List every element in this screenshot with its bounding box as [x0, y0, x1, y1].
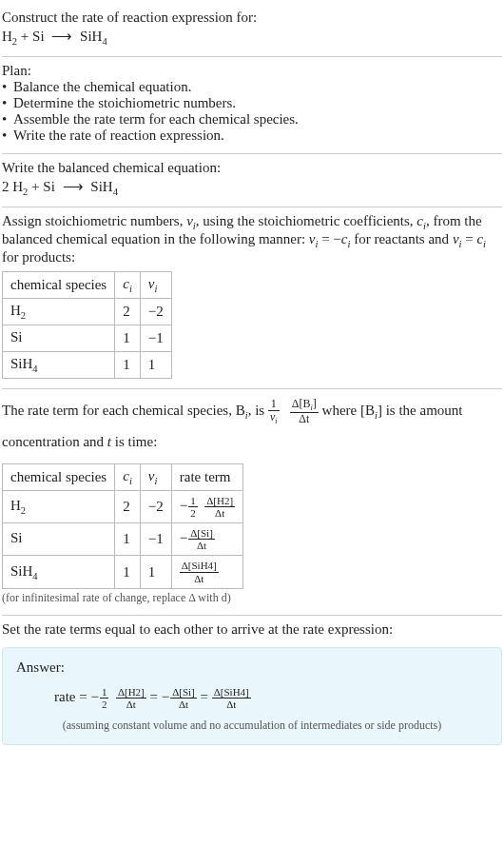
balanced-heading: Write the balanced chemical equation:	[2, 160, 502, 176]
col-rate: rate term	[171, 464, 242, 491]
fraction: 12	[188, 495, 198, 519]
table-row: Si 1 −1 −Δ[Si]Δt	[3, 523, 243, 556]
cell-ci: 1	[115, 556, 141, 588]
arrow-icon: ⟶	[59, 178, 87, 195]
intro-equation: H2 + Si ⟶ SiH4	[2, 28, 502, 47]
species-si: Si	[43, 179, 55, 194]
plus: +	[17, 29, 32, 44]
cell-nui: −1	[140, 523, 171, 556]
cell-ci: 1	[115, 352, 141, 379]
plan-item-text: Balance the chemical equation.	[13, 79, 191, 95]
bullet-icon: •	[2, 111, 13, 128]
rateterm-section: The rate term for each chemical species,…	[2, 389, 502, 616]
col-species: chemical species	[3, 272, 115, 299]
rateterm-note: (for infinitesimal rate of change, repla…	[2, 591, 502, 605]
stoich-table: chemical species ci νi H2 2 −2 Si 1 −1 S…	[2, 271, 172, 379]
answer-label: Answer:	[16, 659, 488, 676]
cell-rate: Δ[SiH4]Δt	[171, 556, 242, 588]
cell-ci: 1	[115, 523, 141, 556]
final-heading: Set the rate terms equal to each other t…	[2, 621, 502, 638]
fraction: 1νi	[268, 398, 280, 426]
cell-ci: 1	[115, 325, 141, 352]
plan-section: Plan: •Balance the chemical equation. •D…	[2, 57, 502, 154]
cell-rate: −Δ[Si]Δt	[171, 523, 242, 556]
rateterm-table: chemical species ci νi rate term H2 2 −2…	[2, 463, 243, 589]
cell-species: SiH4	[3, 352, 115, 379]
cell-species: SiH4	[3, 556, 115, 588]
page: Construct the rate of reaction expressio…	[0, 0, 504, 774]
species-si: Si	[32, 29, 45, 44]
answer-box: Answer: rate = −12 Δ[H2]Δt = −Δ[Si]Δt = …	[2, 647, 502, 745]
assign-text: Assign stoichiometric numbers, νi, using…	[2, 213, 502, 266]
plan-item: •Balance the chemical equation.	[2, 79, 502, 95]
col-nui: νi	[140, 272, 171, 299]
plan-heading: Plan:	[2, 63, 502, 79]
col-ci: ci	[115, 272, 141, 299]
fraction: Δ[SiH4]Δt	[180, 560, 219, 583]
fraction: Δ[H2]Δt	[204, 495, 235, 519]
col-ci: ci	[115, 464, 141, 491]
rate-label: rate =	[54, 689, 90, 704]
rateterm-text: The rate term for each chemical species,…	[2, 395, 502, 458]
col-nui: νi	[140, 464, 171, 491]
cell-ci: 2	[115, 491, 141, 523]
bullet-icon: •	[2, 128, 13, 144]
plan-item-text: Determine the stoichiometric numbers.	[13, 95, 236, 111]
fraction: Δ[Si]Δt	[170, 686, 197, 710]
col-species: chemical species	[3, 464, 115, 491]
cell-nui: −2	[140, 299, 171, 325]
cell-species: H2	[3, 491, 115, 523]
table-row: H2 2 −2	[3, 299, 172, 325]
intro-prompt: Construct the rate of reaction expressio…	[2, 10, 502, 26]
fraction: Δ[H2]Δt	[116, 686, 146, 710]
intro-section: Construct the rate of reaction expressio…	[2, 4, 502, 57]
cell-species: Si	[3, 325, 115, 352]
cell-nui: −1	[140, 325, 171, 352]
fraction: 12	[100, 686, 109, 710]
cell-nui: 1	[140, 556, 171, 588]
species-sih4: SiH4	[90, 179, 118, 194]
plan-item: •Write the rate of reaction expression.	[2, 128, 502, 144]
bullet-icon: •	[2, 95, 13, 111]
fraction: Δ[Bi]Δt	[290, 398, 319, 426]
plan-item: •Assemble the rate term for each chemica…	[2, 111, 502, 128]
coef: 2	[2, 179, 12, 194]
cell-nui: −2	[140, 491, 171, 523]
final-section: Set the rate terms equal to each other t…	[2, 616, 502, 755]
cell-species: H2	[3, 299, 115, 325]
cell-rate: −12 Δ[H2]Δt	[171, 491, 242, 523]
cell-species: Si	[3, 523, 115, 556]
species-h2: H2	[2, 29, 17, 44]
bullet-icon: •	[2, 79, 13, 95]
assign-section: Assign stoichiometric numbers, νi, using…	[2, 207, 502, 389]
arrow-icon: ⟶	[48, 28, 76, 45]
table-row: Si 1 −1	[3, 325, 172, 352]
plan-item-text: Write the rate of reaction expression.	[13, 128, 224, 144]
table-row: H2 2 −2 −12 Δ[H2]Δt	[3, 491, 243, 523]
table-row: SiH4 1 1	[3, 352, 172, 379]
species-h2: H2	[12, 179, 28, 194]
species-sih4: SiH4	[80, 29, 107, 44]
balanced-equation: 2 H2 + Si ⟶ SiH4	[2, 178, 502, 197]
cell-ci: 2	[115, 299, 141, 325]
rate-expression: rate = −12 Δ[H2]Δt = −Δ[Si]Δt = Δ[SiH4]Δ…	[16, 681, 488, 713]
table-header-row: chemical species ci νi	[3, 272, 172, 299]
balanced-section: Write the balanced chemical equation: 2 …	[2, 154, 502, 207]
cell-nui: 1	[140, 352, 171, 379]
table-row: SiH4 1 1 Δ[SiH4]Δt	[3, 556, 243, 588]
table-header-row: chemical species ci νi rate term	[3, 464, 243, 491]
assumption-note: (assuming constant volume and no accumul…	[16, 718, 488, 733]
fraction: Δ[SiH4]Δt	[212, 686, 251, 710]
plan-item-text: Assemble the rate term for each chemical…	[13, 111, 299, 128]
plus: +	[28, 179, 43, 194]
fraction: Δ[Si]Δt	[188, 527, 215, 551]
plan-item: •Determine the stoichiometric numbers.	[2, 95, 502, 111]
